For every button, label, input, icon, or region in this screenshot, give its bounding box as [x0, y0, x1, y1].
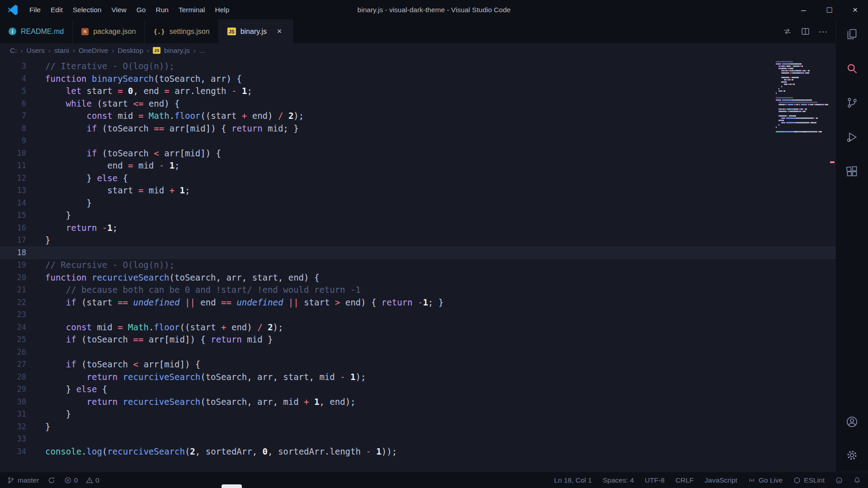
- line-number: 34: [0, 446, 26, 458]
- code-line-32[interactable]: 32}: [0, 421, 835, 433]
- eol-setting[interactable]: CRLF: [675, 476, 693, 484]
- code-line-22[interactable]: 22 if (start == undefined || end == unde…: [0, 296, 835, 309]
- code-line-9[interactable]: 9: [0, 135, 835, 147]
- branch-indicator[interactable]: master: [7, 476, 39, 484]
- tab-close-icon[interactable]: ×: [275, 27, 284, 36]
- code-token: (: [200, 372, 205, 382]
- code-line-13[interactable]: 13 start = mid + 1;: [0, 184, 835, 197]
- cursor-position[interactable]: Ln 18, Col 1: [554, 476, 592, 484]
- editor[interactable]: 3// Iterative - O(log(n));4function bina…: [0, 57, 835, 472]
- close-button[interactable]: ×: [842, 0, 868, 19]
- menu-item-go[interactable]: Go: [132, 0, 151, 19]
- code-token: (: [170, 272, 175, 282]
- code-token: ;: [185, 185, 190, 195]
- tab-readme[interactable]: i README.md: [0, 19, 73, 43]
- line-number: 4: [0, 73, 26, 85]
- code-line-11[interactable]: 11 end = mid - 1;: [0, 160, 835, 172]
- code-line-12[interactable]: 12 } else {: [0, 172, 835, 185]
- notifications-button[interactable]: [854, 477, 861, 484]
- eslint-status[interactable]: ESLint: [793, 476, 825, 484]
- code-line-6[interactable]: 6 while (start <= end) {: [0, 98, 835, 110]
- code-line-30[interactable]: 30 return recurciveSearch(toSearch, arr,…: [0, 396, 835, 408]
- code-line-19[interactable]: 19// Recursive - O(log(n));: [0, 259, 835, 272]
- code-line-4[interactable]: 4function binarySearch(toSearch, arr) {: [0, 73, 835, 85]
- menu-item-help[interactable]: Help: [210, 0, 235, 19]
- code-line-27[interactable]: 27 if (toSearch < arr[mid]) {: [0, 358, 835, 371]
- settings-gear-icon[interactable]: [841, 444, 863, 466]
- source-control-icon[interactable]: [841, 92, 863, 113]
- code-token: if: [66, 334, 76, 344]
- line-number: 23: [0, 309, 26, 321]
- code-line-15[interactable]: 15 }: [0, 209, 835, 222]
- run-debug-icon[interactable]: [841, 126, 863, 148]
- open-changes-icon[interactable]: [782, 27, 792, 37]
- code-line-23[interactable]: 23: [0, 309, 835, 321]
- tab-settings-json[interactable]: {.} settings.json: [145, 19, 218, 43]
- code-line-31[interactable]: 31 }: [0, 408, 835, 421]
- menu-item-terminal[interactable]: Terminal: [174, 0, 210, 19]
- code-token: +: [304, 397, 309, 407]
- menu-item-edit[interactable]: Edit: [46, 0, 68, 19]
- menu-item-run[interactable]: Run: [151, 0, 173, 19]
- code-line-7[interactable]: 7 const mid = Math.floor((start + end) /…: [0, 110, 835, 122]
- breadcrumb-item[interactable]: C:: [10, 47, 17, 55]
- code-line-21[interactable]: 21 // because both can be 0 and !start/ …: [0, 284, 835, 296]
- code-line-28[interactable]: 28 return recurciveSearch(toSearch, arr,…: [0, 371, 835, 384]
- code-token: start: [304, 297, 330, 307]
- sync-button[interactable]: [48, 477, 55, 484]
- code-line-14[interactable]: 14 }: [0, 197, 835, 210]
- code-line-17[interactable]: 17}: [0, 234, 835, 247]
- code-token: ,: [216, 272, 226, 282]
- language-mode[interactable]: JavaScript: [705, 476, 737, 484]
- overview-ruler-error-mark: [830, 161, 835, 163]
- code-token: binarySearch: [92, 74, 154, 84]
- code-line-3[interactable]: 3// Iterative - O(log(n));: [0, 60, 835, 73]
- code-line-5[interactable]: 5 let start = 0, end = arr.length - 1;: [0, 85, 835, 98]
- code-line-16[interactable]: 16 return -1;: [0, 222, 835, 235]
- code-token: /: [257, 322, 262, 332]
- breadcrumb-item[interactable]: Users: [27, 47, 45, 55]
- line-number: 8: [0, 122, 26, 135]
- code-line-8[interactable]: 8 if (toSearch == arr[mid]) { return mid…: [0, 122, 835, 135]
- warning-count: 0: [95, 476, 99, 484]
- breadcrumb-item[interactable]: stani: [54, 47, 69, 55]
- breadcrumb-item[interactable]: ...: [199, 47, 205, 55]
- code-line-10[interactable]: 10 if (toSearch < arr[mid]) {: [0, 147, 835, 160]
- code-line-33[interactable]: 33: [0, 433, 835, 446]
- minimize-button[interactable]: –: [791, 0, 816, 19]
- code-token: arr: [226, 272, 241, 282]
- more-actions-icon[interactable]: ⋯: [818, 27, 828, 37]
- tab-package-json[interactable]: n package.json: [73, 19, 145, 43]
- menu-item-selection[interactable]: Selection: [68, 0, 107, 19]
- code-token: arr: [211, 74, 226, 84]
- go-live-button[interactable]: Go Live: [748, 476, 783, 484]
- breadcrumb-item[interactable]: Desktop: [118, 47, 143, 55]
- code-line-25[interactable]: 25 if (toSearch == arr[mid]) { return mi…: [0, 333, 835, 346]
- code-line-18[interactable]: 18: [0, 247, 835, 259]
- minimap[interactable]: [776, 60, 829, 132]
- code-line-34[interactable]: 34console.log(recurciveSearch(2, sortedA…: [0, 446, 835, 458]
- explorer-icon[interactable]: [841, 23, 863, 45]
- encoding-setting[interactable]: UTF-8: [645, 476, 665, 484]
- code-line-20[interactable]: 20function recurciveSearch(toSearch, arr…: [0, 272, 835, 284]
- problems-indicator[interactable]: 0 0: [64, 476, 99, 484]
- extensions-icon[interactable]: [841, 160, 863, 182]
- breadcrumb-item[interactable]: binary.js: [164, 47, 190, 55]
- code-line-24[interactable]: 24 const mid = Math.floor((start + end) …: [0, 321, 835, 334]
- account-icon[interactable]: [841, 411, 863, 432]
- breadcrumb-item[interactable]: OneDrive: [79, 47, 108, 55]
- code-token: ==: [133, 334, 144, 344]
- menu-item-view[interactable]: View: [106, 0, 131, 19]
- code-line-26[interactable]: 26: [0, 346, 835, 359]
- split-editor-icon[interactable]: [800, 27, 810, 37]
- feedback-button[interactable]: [835, 477, 843, 484]
- menu-item-file[interactable]: File: [24, 0, 46, 19]
- code-line-29[interactable]: 29 } else {: [0, 383, 835, 396]
- code-token: start: [252, 272, 278, 282]
- code-token: +: [221, 322, 226, 332]
- search-icon[interactable]: [841, 57, 863, 79]
- tab-binary-js[interactable]: JS binary.js ×: [219, 19, 293, 43]
- maximize-button[interactable]: □: [816, 0, 842, 19]
- code-token: mid: [283, 397, 298, 407]
- indentation-setting[interactable]: Spaces: 4: [603, 476, 634, 484]
